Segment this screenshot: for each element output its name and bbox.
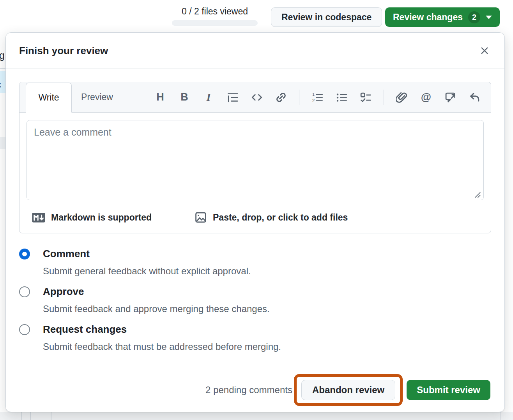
svg-text:2: 2 — [312, 98, 315, 102]
italic-icon[interactable]: I — [202, 91, 215, 104]
files-viewed-label: 0 / 2 files viewed — [172, 6, 258, 17]
reply-icon[interactable] — [468, 91, 481, 104]
review-type-options: Comment Submit general feedback without … — [6, 233, 504, 352]
toolbar-divider — [384, 90, 384, 105]
annotation-highlight-box: Abandon review — [294, 374, 403, 406]
quote-icon[interactable] — [226, 91, 239, 104]
composer-footer: Markdown is supported Paste, drop, or cl… — [19, 202, 491, 233]
option-approve-row[interactable]: Approve — [19, 286, 491, 298]
review-changes-button[interactable]: Review changes 2 — [385, 7, 500, 27]
option-comment: Comment Submit general feedback without … — [19, 248, 491, 277]
radio-approve[interactable] — [19, 286, 30, 297]
formatting-toolbar: H B I — [154, 90, 481, 105]
footer-divider — [181, 206, 181, 228]
comment-composer: Write Preview H B I — [19, 82, 491, 233]
comment-area — [19, 113, 491, 202]
finish-review-dialog: Finish your review Write Preview H B I — [5, 32, 505, 412]
review-changes-label: Review changes — [393, 12, 463, 23]
option-request-changes-row[interactable]: Request changes — [19, 323, 491, 335]
paste-note-label: Paste, drop, or click to add files — [213, 212, 348, 223]
heading-icon[interactable]: H — [154, 91, 166, 104]
option-request-changes: Request changes Submit feedback that mus… — [19, 323, 491, 352]
ordered-list-icon[interactable]: 1 2 — [311, 91, 324, 104]
link-icon[interactable] — [275, 91, 287, 104]
bold-icon[interactable]: B — [178, 91, 191, 104]
files-viewed-progress: 0 / 2 files viewed — [172, 6, 258, 26]
add-files-button[interactable]: Paste, drop, or click to add files — [195, 211, 348, 224]
markdown-note-label: Markdown is supported — [51, 212, 152, 223]
option-approve-description: Submit feedback and approve merging thes… — [43, 304, 491, 314]
close-button[interactable] — [478, 44, 491, 57]
mention-icon[interactable]: @ — [420, 91, 432, 104]
composer-tab-bar: Write Preview H B I — [19, 82, 491, 113]
pending-comments-label: 2 pending comments — [205, 385, 292, 395]
option-comment-description: Submit general feedback without explicit… — [43, 266, 491, 277]
markdown-icon — [32, 213, 45, 222]
review-in-codespace-button[interactable]: Review in codespace — [271, 7, 382, 27]
option-comment-row[interactable]: Comment — [19, 248, 491, 260]
background-block — [0, 137, 6, 149]
dialog-header: Finish your review — [6, 33, 504, 69]
dialog-footer: 2 pending comments Abandon review Submit… — [6, 368, 504, 412]
background-diff-gutter — [0, 412, 513, 420]
submit-review-button[interactable]: Submit review — [407, 380, 490, 400]
toolbar-divider — [299, 90, 299, 105]
resize-handle[interactable] — [473, 190, 481, 199]
background-divider — [0, 68, 6, 69]
radio-request-changes[interactable] — [19, 324, 30, 335]
option-approve-label[interactable]: Approve — [43, 286, 84, 298]
dialog-title: Finish your review — [19, 45, 108, 57]
radio-comment[interactable] — [19, 249, 30, 259]
abandon-review-button[interactable]: Abandon review — [301, 380, 395, 400]
files-viewed-progress-bar — [172, 20, 258, 26]
unordered-list-icon[interactable] — [335, 91, 348, 104]
markdown-supported-link[interactable]: Markdown is supported — [32, 212, 181, 223]
cross-reference-icon[interactable] — [444, 91, 456, 104]
option-request-changes-description: Submit feedback that must be addressed b… — [43, 341, 491, 352]
attach-file-icon[interactable] — [396, 91, 408, 104]
pending-count-badge: 2 — [468, 11, 480, 23]
comment-input[interactable] — [27, 120, 484, 200]
code-icon[interactable] — [251, 91, 263, 104]
pr-files-header: 0 / 2 files viewed Review in codespace R… — [0, 0, 513, 32]
image-icon — [195, 211, 207, 224]
option-comment-label[interactable]: Comment — [43, 248, 90, 260]
task-list-icon[interactable] — [359, 91, 372, 104]
background-text-fragment: ng — [0, 50, 5, 61]
chevron-down-icon — [486, 16, 492, 19]
tab-write[interactable]: Write — [26, 83, 72, 113]
svg-text:1: 1 — [312, 92, 315, 97]
option-approve: Approve Submit feedback and approve merg… — [19, 286, 491, 314]
background-text-fragment: rc — [0, 79, 1, 90]
close-icon — [479, 46, 490, 56]
option-request-changes-label[interactable]: Request changes — [43, 323, 127, 335]
highlighted-diff-line: rc — [0, 71, 6, 93]
tab-preview[interactable]: Preview — [72, 82, 122, 112]
